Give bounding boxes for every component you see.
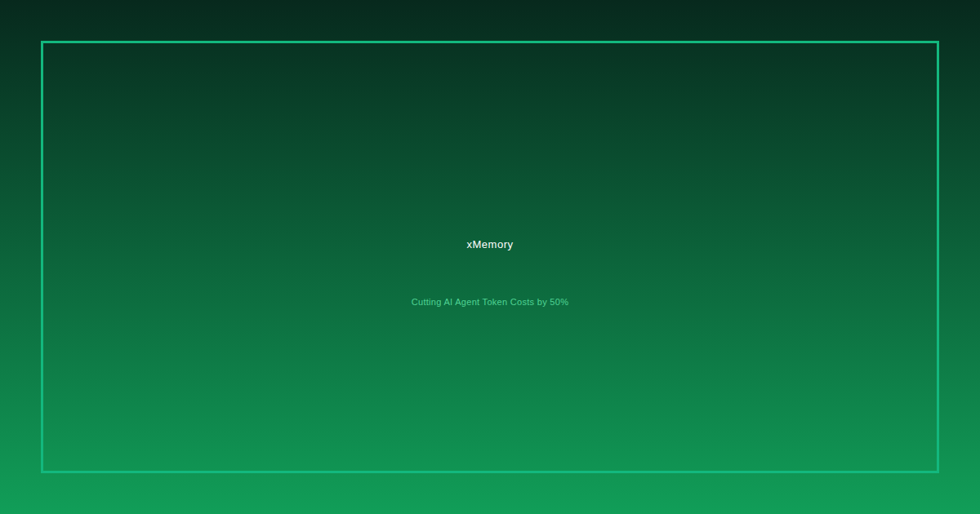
tagline: Cutting AI Agent Token Costs by 50% bbox=[0, 297, 980, 307]
product-title: xMemory bbox=[0, 239, 980, 250]
card-frame bbox=[41, 41, 939, 473]
og-card: xMemory Cutting AI Agent Token Costs by … bbox=[0, 0, 980, 514]
